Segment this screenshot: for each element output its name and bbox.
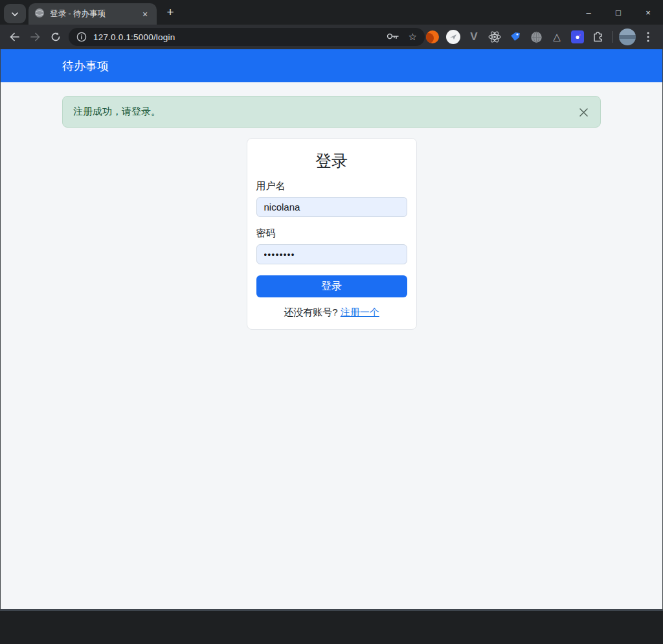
- extension-orange-icon[interactable]: [422, 25, 443, 49]
- username-input[interactable]: [256, 197, 407, 217]
- chevron-down-icon: [11, 8, 19, 19]
- extension-react-devtools-icon[interactable]: [484, 25, 505, 49]
- signup-row: 还没有账号? 注册一个: [256, 306, 407, 319]
- site-info-icon[interactable]: [76, 32, 87, 42]
- extension-globe-icon[interactable]: [526, 25, 546, 49]
- title-bar: 登录 - 待办事项 × + – □ ×: [0, 0, 663, 25]
- back-arrow-icon: [9, 32, 20, 41]
- password-label: 密码: [256, 227, 407, 240]
- window-controls: – □ ×: [574, 0, 663, 25]
- bookmark-star-icon[interactable]: ☆: [409, 31, 417, 43]
- login-title: 登录: [256, 150, 407, 172]
- alert-close-icon[interactable]: [575, 104, 592, 121]
- omnibox-actions: ☆: [387, 31, 417, 43]
- tab-favicon-globe-icon: [34, 8, 45, 21]
- browser-menu-kebab-icon[interactable]: [638, 25, 658, 49]
- address-bar[interactable]: 127.0.0.1:5000/login ☆: [69, 28, 425, 46]
- navbar-brand[interactable]: 待办事项: [62, 58, 109, 74]
- tab-close-icon[interactable]: ×: [139, 8, 151, 20]
- reload-icon: [51, 32, 61, 42]
- page-content: 待办事项 注册成功，请登录。 登录 用户名 密码 登录 还没有账号? 注册一个: [0, 49, 663, 611]
- extension-triangle-icon[interactable]: △: [546, 25, 567, 49]
- browser-tab[interactable]: 登录 - 待办事项 ×: [28, 3, 157, 25]
- maximize-button[interactable]: □: [603, 0, 633, 25]
- tab-title: 登录 - 待办事项: [50, 8, 139, 19]
- extensions-row: V: [422, 25, 658, 49]
- success-alert: 注册成功，请登录。: [62, 96, 601, 128]
- toolbar-separator: [612, 31, 613, 43]
- minimize-button[interactable]: –: [574, 0, 603, 25]
- login-submit-button[interactable]: 登录: [256, 275, 407, 297]
- username-label: 用户名: [256, 180, 407, 192]
- browser-toolbar: 127.0.0.1:5000/login ☆ V: [0, 25, 663, 49]
- signup-prompt: 还没有账号?: [284, 306, 337, 317]
- extension-vimium-icon[interactable]: V: [464, 25, 484, 49]
- browser-window: 登录 - 待办事项 × + – □ ×: [0, 0, 663, 644]
- extension-tag-icon[interactable]: [505, 25, 526, 49]
- app-navbar: 待办事项: [1, 49, 662, 82]
- signup-link[interactable]: 注册一个: [341, 306, 379, 317]
- reload-button[interactable]: [47, 28, 65, 46]
- forward-button[interactable]: [26, 28, 44, 46]
- tab-search-button[interactable]: [4, 4, 26, 23]
- extensions-puzzle-icon[interactable]: [588, 25, 609, 49]
- password-key-icon[interactable]: [387, 31, 399, 43]
- new-tab-button[interactable]: +: [162, 5, 179, 21]
- back-button[interactable]: [5, 28, 23, 46]
- password-input[interactable]: [256, 244, 407, 264]
- forward-arrow-icon: [30, 32, 41, 41]
- close-button[interactable]: ×: [633, 0, 663, 25]
- extension-rocket-icon[interactable]: [567, 25, 588, 49]
- alert-message: 注册成功，请登录。: [73, 106, 161, 117]
- profile-avatar[interactable]: [617, 25, 638, 49]
- login-card: 登录 用户名 密码 登录 还没有账号? 注册一个: [247, 138, 417, 330]
- extension-bird-icon[interactable]: [443, 25, 464, 49]
- url-text: 127.0.0.1:5000/login: [93, 32, 387, 42]
